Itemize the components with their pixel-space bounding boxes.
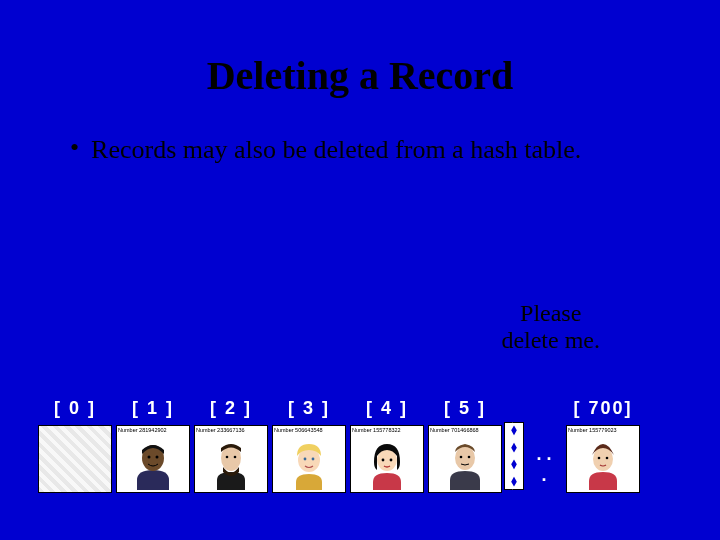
array-card: Number 701466868: [428, 425, 502, 493]
card-number-label: Number 155778322: [352, 427, 422, 433]
svg-point-13: [460, 456, 463, 459]
hash-array: [ 0 ] [ 1 ] Number 281942902 [ 2 ] Numbe…: [36, 398, 642, 493]
svg-point-12: [455, 446, 475, 470]
person-icon: [581, 440, 625, 490]
array-cell-1: [ 1 ] Number 281942902: [114, 398, 192, 493]
array-cell-5: [ 5 ] Number 701466868: [426, 398, 504, 493]
card-number-label: Number 155779023: [568, 427, 638, 433]
array-index: [ 2 ]: [210, 398, 252, 419]
card-number-label: Number 281942902: [118, 427, 188, 433]
svg-point-2: [156, 456, 159, 459]
svg-point-7: [304, 458, 307, 461]
svg-point-8: [312, 458, 315, 461]
array-card: Number 155779023: [566, 425, 640, 493]
person-icon: [287, 440, 331, 490]
array-card: Number 155778322: [350, 425, 424, 493]
array-card: Number 233667136: [194, 425, 268, 493]
svg-point-14: [468, 456, 471, 459]
array-cell-700: [ 700] Number 155779023: [564, 398, 642, 493]
callout-line-1: Please: [501, 300, 600, 327]
array-index: [ 5 ]: [444, 398, 486, 419]
array-card-empty: [38, 425, 112, 493]
array-card: Number 506643548: [272, 425, 346, 493]
bullet-item: • Records may also be deleted from a has…: [0, 99, 720, 165]
svg-point-4: [226, 456, 229, 459]
person-icon: [365, 440, 409, 490]
svg-point-5: [234, 456, 237, 459]
callout-line-2: delete me.: [501, 327, 600, 354]
card-number-label: Number 506643548: [274, 427, 344, 433]
person-icon: [209, 440, 253, 490]
array-cell-4: [ 4 ] Number 155778322: [348, 398, 426, 493]
bullet-marker: •: [70, 135, 79, 161]
array-cell-3: [ 3 ] Number 506643548: [270, 398, 348, 493]
card-number-label: Number 233667136: [196, 427, 266, 433]
person-icon: [131, 440, 175, 490]
bullet-text: Records may also be deleted from a hash …: [91, 135, 581, 165]
svg-point-17: [606, 457, 609, 460]
card-number-label: Number 701466868: [430, 427, 500, 433]
person-icon: [443, 440, 487, 490]
svg-point-16: [598, 457, 601, 460]
array-cell-0: [ 0 ]: [36, 398, 114, 493]
array-index: [ 3 ]: [288, 398, 330, 419]
array-index: [ 0 ]: [54, 398, 96, 419]
callout-text: Please delete me.: [501, 300, 600, 354]
slide-title: Deleting a Record: [0, 0, 720, 99]
svg-point-10: [382, 459, 385, 462]
array-card: Number 281942902: [116, 425, 190, 493]
array-cell-2: [ 2 ] Number 233667136: [192, 398, 270, 493]
svg-point-11: [390, 459, 393, 462]
svg-point-1: [148, 456, 151, 459]
array-index: [ 700]: [573, 398, 632, 419]
array-index: [ 1 ]: [132, 398, 174, 419]
ellipsis: . . .: [524, 406, 564, 486]
array-break: [504, 422, 524, 490]
array-index: [ 4 ]: [366, 398, 408, 419]
